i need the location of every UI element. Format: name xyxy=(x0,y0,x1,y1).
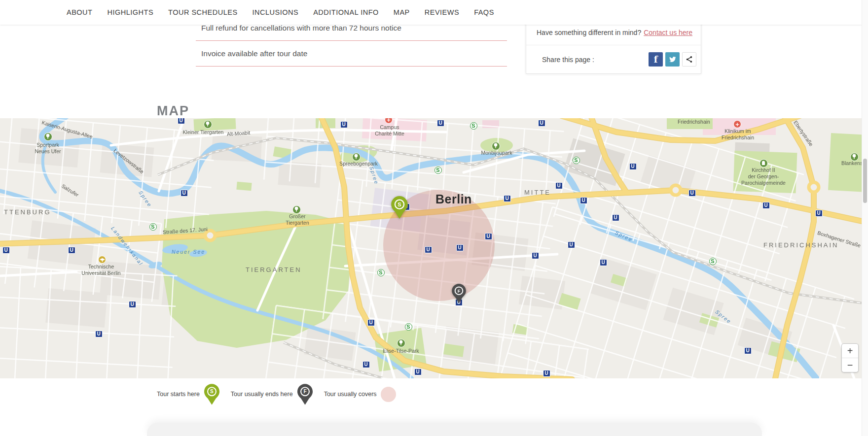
ubahn-icon: U xyxy=(543,370,550,377)
legend-coverage-circle xyxy=(381,387,396,402)
ubahn-icon: U xyxy=(815,210,823,217)
sbahn-icon: S xyxy=(709,258,717,265)
tree-icon xyxy=(352,153,361,161)
ubahn-icon: U xyxy=(456,244,464,251)
ubahn-icon: U xyxy=(340,121,348,128)
map-legend: Tour starts hereSTour usually ends hereF… xyxy=(157,378,407,410)
ubahn-icon: U xyxy=(95,331,103,337)
ubahn-icon: U xyxy=(568,241,575,248)
nav-item-inclusions[interactable]: INCLUSIONS xyxy=(253,8,299,16)
sbahn-icon: S xyxy=(434,167,442,174)
nav-item-about[interactable]: ABOUT xyxy=(67,8,92,16)
ubahn-icon: U xyxy=(629,163,637,170)
ubahn-icon: U xyxy=(129,301,136,308)
ubahn-icon: U xyxy=(2,247,10,254)
map-section-heading: MAP xyxy=(157,103,189,119)
map-zoom-control: + − xyxy=(841,343,859,372)
map-canvas[interactable]: + − BerlinTTENBURGTIERGARTENMITTEFRIEDRI… xyxy=(0,118,862,378)
ubahn-icon: U xyxy=(362,361,370,368)
tree-icon xyxy=(492,142,500,150)
tree-icon xyxy=(204,120,212,129)
svg-text:S: S xyxy=(210,389,214,394)
hospital-icon: + xyxy=(733,120,741,128)
contact-prompt: Have something different in mind? xyxy=(537,29,641,36)
legend-end-pin: F xyxy=(297,383,313,405)
cemetery-icon xyxy=(760,159,768,168)
tree-icon xyxy=(850,153,859,161)
ubahn-icon: U xyxy=(437,120,444,127)
ubahn-icon: U xyxy=(425,246,432,253)
tree-icon xyxy=(397,339,405,347)
scrollbar-thumb[interactable] xyxy=(863,159,867,203)
nav-item-tour-schedules[interactable]: TOUR SCHEDULES xyxy=(168,8,237,16)
zoom-out-button[interactable]: − xyxy=(842,358,858,372)
twitter-icon[interactable] xyxy=(665,52,680,67)
nav-item-reviews[interactable]: REVIEWS xyxy=(425,8,459,16)
scrollbar[interactable] xyxy=(862,0,868,436)
top-nav: ABOUTHIGHLIGHTSTOUR SCHEDULESINCLUSIONSA… xyxy=(0,0,862,25)
svg-text:F: F xyxy=(457,288,460,293)
ubahn-icon: U xyxy=(414,369,422,375)
sbahn-icon: S xyxy=(573,157,580,164)
info-row-text: Invoice available after tour date xyxy=(201,49,307,58)
tree-icon xyxy=(44,133,52,141)
ubahn-icon: U xyxy=(532,252,539,259)
next-section-edge xyxy=(147,423,762,436)
ubahn-icon: U xyxy=(688,190,696,197)
legend-start-pin: S xyxy=(204,383,220,405)
ubahn-icon: U xyxy=(600,259,607,266)
legend-label: Tour usually covers xyxy=(324,391,377,398)
sbahn-icon: S xyxy=(377,269,385,276)
share-icon[interactable] xyxy=(682,52,696,67)
ubahn-icon: U xyxy=(485,233,492,240)
legend-label: Tour usually ends here xyxy=(231,391,293,398)
ubahn-icon: U xyxy=(367,319,375,326)
ubahn-icon: U xyxy=(178,118,185,124)
ubahn-icon: U xyxy=(504,195,511,202)
contact-us-link[interactable]: Contact us here xyxy=(644,29,692,36)
ubahn-icon: U xyxy=(744,347,752,354)
tour-end-pin[interactable]: F xyxy=(451,283,467,305)
tree-icon xyxy=(292,205,301,214)
ubahn-icon: U xyxy=(580,197,587,204)
ubahn-icon: U xyxy=(181,190,188,197)
education-icon xyxy=(98,256,106,264)
info-row: Invoice available after tour date xyxy=(196,41,507,67)
nav-item-highlights[interactable]: HIGHLIGHTS xyxy=(107,8,153,16)
nav-item-additional-info[interactable]: ADDITIONAL INFO xyxy=(313,8,379,16)
sbahn-icon: S xyxy=(149,223,157,231)
ubahn-icon: U xyxy=(555,182,563,189)
facebook-icon[interactable]: f xyxy=(649,52,663,67)
ubahn-icon: U xyxy=(762,202,770,209)
share-label: Share this page : xyxy=(542,56,649,64)
nav-item-faqs[interactable]: FAQS xyxy=(474,8,494,16)
info-row-text: Full refund for cancellations with more … xyxy=(201,24,401,33)
contact-card: Have something different in mind? Contac… xyxy=(526,20,701,74)
nav-item-map[interactable]: MAP xyxy=(394,8,410,16)
ubahn-icon: U xyxy=(538,120,545,127)
tour-start-pin[interactable]: S xyxy=(391,196,408,221)
svg-text:S: S xyxy=(398,201,401,207)
sbahn-icon: S xyxy=(405,323,412,331)
sbahn-icon: S xyxy=(470,122,477,130)
legend-label: Tour starts here xyxy=(157,391,200,398)
zoom-in-button[interactable]: + xyxy=(842,344,858,358)
svg-text:F: F xyxy=(303,389,306,394)
ubahn-icon: U xyxy=(68,247,75,254)
ubahn-icon: U xyxy=(612,214,619,221)
